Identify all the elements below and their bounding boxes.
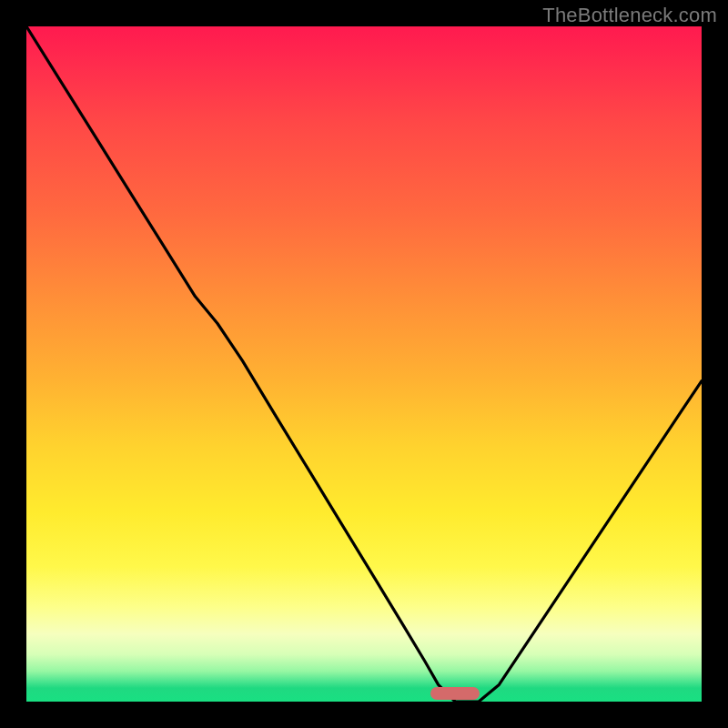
- chart-frame: TheBottleneck.com: [0, 0, 728, 728]
- optimal-marker: [430, 687, 479, 700]
- plot-area: [26, 26, 702, 702]
- watermark-text: TheBottleneck.com: [542, 4, 717, 27]
- bottleneck-curve: [26, 26, 702, 702]
